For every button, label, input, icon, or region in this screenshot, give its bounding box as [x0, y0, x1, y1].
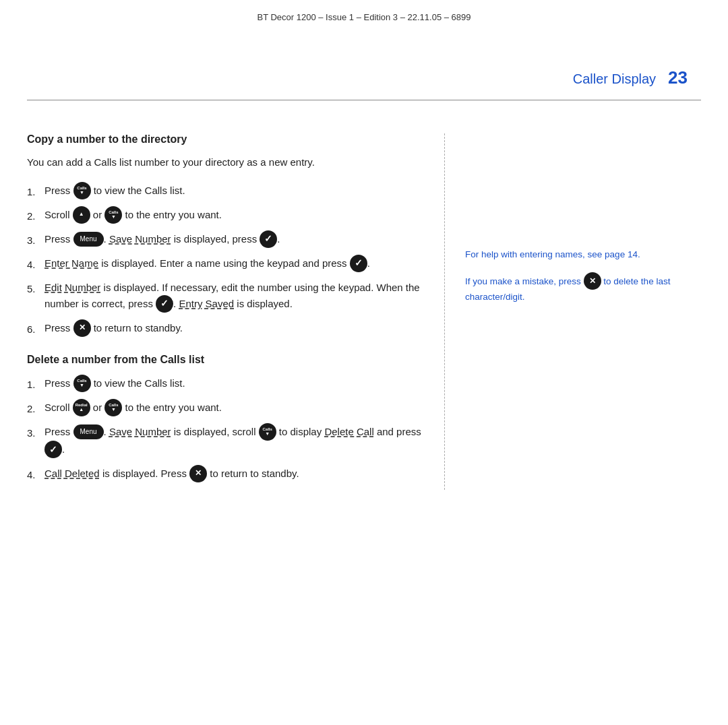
step-1-4: 4. Enter Name is displayed. Enter a name…: [27, 255, 424, 273]
x-icon-note: [584, 272, 601, 290]
step-1-1: 1. Press Calls ▼ to view the Calls list.: [27, 183, 424, 200]
note2: If you make a mistake, press to delete t…: [465, 273, 701, 305]
calls-button-icon-5: Calls ▼: [259, 423, 276, 441]
section1-intro: You can add a Calls list number to your …: [27, 155, 424, 170]
header-title: BT Decor 1200 – Issue 1 – Edition 3 – 22…: [257, 12, 471, 22]
step-1-3: 3. Press Menu. Save Number is displayed,…: [27, 231, 424, 249]
section2-steps: 1. Press Calls ▼ to view the Calls list.…: [27, 375, 424, 483]
calls-button-icon-1: Calls ▼: [73, 182, 91, 199]
top-right-header: Caller Display 23: [573, 67, 688, 88]
section1-steps: 1. Press Calls ▼ to view the Calls list.…: [27, 183, 424, 338]
or-text: or: [93, 402, 102, 413]
step-2-2: 2. Scroll Redial ▲ or Calls ▼ to the ent…: [27, 400, 424, 417]
header-divider: [27, 100, 701, 100]
calls-button-icon-2: Calls ▼: [104, 206, 122, 224]
nav-up-icon: [73, 206, 90, 224]
check-icon-4: [44, 441, 62, 458]
right-column: For help with entering names, see page 1…: [445, 133, 701, 490]
menu-button-icon-1: Menu: [73, 232, 104, 247]
page-header: BT Decor 1200 – Issue 1 – Edition 3 – 22…: [0, 0, 728, 29]
section2-heading: Delete a number from the Calls list: [27, 354, 424, 366]
main-layout: Copy a number to the directory You can a…: [0, 133, 728, 490]
check-icon-3: [156, 295, 173, 313]
step-2-1: 1. Press Calls ▼ to view the Calls list.: [27, 375, 424, 393]
check-icon-2: [350, 255, 367, 272]
calls-button-icon-4: Calls ▼: [104, 399, 122, 416]
calls-button-icon-3: Calls ▼: [73, 375, 91, 392]
note1: For help with entering names, see page 1…: [465, 248, 701, 262]
x-icon-2: [189, 465, 207, 482]
section-delete: Delete a number from the Calls list 1. P…: [27, 354, 424, 483]
step-1-6: 6. Press to return to standby.: [27, 320, 424, 338]
step-1-2: 2. Scroll or Calls ▼ to the entry you wa…: [27, 207, 424, 224]
step-2-3: 3. Press Menu. Save Number is displayed,…: [27, 424, 424, 459]
section1-heading: Copy a number to the directory: [27, 133, 424, 146]
section-copy: Copy a number to the directory You can a…: [27, 133, 424, 338]
step-2-4: 4. Call Deleted is displayed. Press to r…: [27, 466, 424, 483]
left-column: Copy a number to the directory You can a…: [27, 133, 445, 490]
page-number: 23: [668, 67, 688, 88]
step-1-5: 5. Edit Number is displayed. If necessar…: [27, 280, 424, 313]
section-title: Caller Display: [573, 71, 656, 87]
check-icon-1: [260, 230, 277, 248]
menu-button-icon-2: Menu: [73, 424, 104, 439]
x-icon-1: [73, 319, 91, 337]
redial-icon: Redial ▲: [73, 399, 90, 416]
